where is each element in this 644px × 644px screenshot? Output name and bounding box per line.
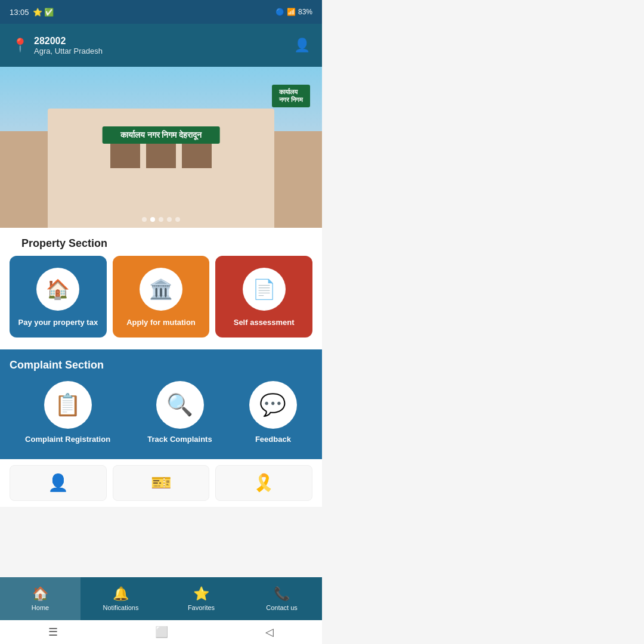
user-profile-icon[interactable]: 👤 (294, 38, 310, 53)
pincode: 282002 (34, 36, 103, 47)
bottom-card-1[interactable]: 👤 (10, 465, 107, 501)
feedback-icon-circle: 💬 (249, 381, 297, 429)
feedback-card[interactable]: 💬 Feedback (249, 381, 297, 445)
bottom-card-3[interactable]: 🎗️ (215, 465, 312, 501)
home-icon: 🏠 (32, 586, 48, 602)
property-cards-container: 🏠 Pay your property tax 🏛️ Apply for mut… (10, 256, 312, 338)
status-time: 13:05 (10, 8, 29, 17)
city-state: Agra, Uttar Pradesh (34, 47, 103, 55)
track-icon-circle: 🔍 (156, 381, 204, 429)
complaint-registration-label: Complaint Registration (25, 435, 110, 445)
android-home-button[interactable]: ⬜ (155, 626, 168, 639)
status-left: 13:05 ⭐ ✅ (10, 8, 54, 17)
apply-mutation-card[interactable]: 🏛️ Apply for mutation (113, 256, 210, 338)
nav-favorites[interactable]: ⭐ Favorites (161, 577, 242, 620)
bottom-card-3-icon: 🎗️ (253, 473, 274, 493)
carousel-dots (142, 217, 180, 222)
assessment-icon-circle: 📄 (243, 268, 286, 311)
contact-icon: 📞 (274, 586, 290, 602)
carousel-dot-3[interactable] (159, 217, 163, 222)
nav-notifications[interactable]: 🔔 Notifications (80, 577, 161, 620)
track-complaints-icon: 🔍 (166, 392, 193, 417)
property-section: Property Section 🏠 Pay your property tax… (0, 228, 322, 349)
status-right: 🔵 📶 83% (275, 8, 312, 16)
feedback-icon: 💬 (259, 392, 286, 417)
self-assessment-card[interactable]: 📄 Self assessment (215, 256, 312, 338)
mutation-icon-circle: 🏛️ (140, 268, 182, 311)
bluetooth-icon: 🔵 (275, 8, 284, 16)
notifications-icon: 🔔 (113, 586, 129, 602)
track-complaints-card[interactable]: 🔍 Track Complaints (147, 381, 212, 445)
track-complaints-label: Track Complaints (147, 435, 212, 445)
pay-tax-icon-circle: 🏠 (36, 268, 79, 311)
bottom-card-1-icon: 👤 (48, 473, 69, 493)
favorites-label: Favorites (188, 604, 215, 611)
status-icons: ⭐ ✅ (33, 8, 54, 17)
complaint-section-title: Complaint Section (10, 359, 312, 371)
feedback-label: Feedback (255, 435, 291, 445)
building-banner-right: कार्यालयनगर निगम (272, 85, 310, 107)
location-pin-icon: 📍 (12, 38, 28, 53)
android-back-button[interactable]: ◁ (265, 626, 274, 639)
bottom-card-2-icon: 🎫 (151, 473, 172, 493)
assessment-icon: 📄 (252, 278, 276, 301)
notifications-label: Notifications (103, 604, 139, 611)
house-icon: 🏠 (46, 278, 70, 301)
complaint-cards-container: 📋 Complaint Registration 🔍 Track Complai… (10, 381, 312, 445)
building-image: कार्यालय नगर निगम देहरादून कार्यालयनगर न… (0, 67, 322, 228)
carousel-dot-5[interactable] (175, 217, 180, 222)
complaint-reg-icon-circle: 📋 (44, 381, 92, 429)
battery-indicator: 83% (298, 8, 312, 16)
location-text: 282002 Agra, Uttar Pradesh (34, 36, 103, 55)
carousel-dot-1[interactable] (142, 217, 147, 222)
self-assessment-label: Self assessment (234, 318, 295, 328)
hero-banner: कार्यालय नगर निगम देहरादून कार्यालयनगर न… (0, 67, 322, 228)
android-nav-bar: ☰ ⬜ ◁ (0, 620, 322, 644)
complaint-section: Complaint Section 📋 Complaint Registrati… (0, 349, 322, 459)
contact-us-label: Contact us (266, 604, 298, 611)
bottom-cards-partial: 👤 🎫 🎗️ (0, 459, 322, 507)
home-label: Home (32, 604, 49, 611)
nav-contact-us[interactable]: 📞 Contact us (242, 577, 322, 620)
pay-tax-label: Pay your property tax (18, 318, 98, 328)
bottom-card-2[interactable]: 🎫 (113, 465, 210, 501)
building-main: कार्यालय नगर निगम देहरादून (48, 109, 274, 228)
status-bar: 13:05 ⭐ ✅ 🔵 📶 83% (0, 0, 322, 24)
favorites-icon: ⭐ (193, 586, 209, 602)
pay-property-tax-card[interactable]: 🏠 Pay your property tax (10, 256, 107, 338)
complaint-registration-card[interactable]: 📋 Complaint Registration (25, 381, 110, 445)
signal-icons: 📶 (287, 8, 296, 16)
mutation-icon: 🏛️ (149, 278, 173, 301)
property-section-title: Property Section (10, 228, 312, 256)
location-container[interactable]: 📍 282002 Agra, Uttar Pradesh (12, 36, 103, 55)
bottom-navigation: 🏠 Home 🔔 Notifications ⭐ Favorites 📞 Con… (0, 577, 322, 620)
carousel-dot-2[interactable] (150, 217, 155, 222)
complaint-registration-icon: 📋 (54, 392, 81, 417)
carousel-dot-4[interactable] (167, 217, 172, 222)
app-header: 📍 282002 Agra, Uttar Pradesh 👤 (0, 24, 322, 67)
apply-mutation-label: Apply for mutation (126, 318, 196, 328)
nav-home[interactable]: 🏠 Home (0, 577, 80, 620)
building-banner: कार्यालय नगर निगम देहरादून (103, 126, 220, 144)
android-menu-button[interactable]: ☰ (48, 626, 58, 639)
